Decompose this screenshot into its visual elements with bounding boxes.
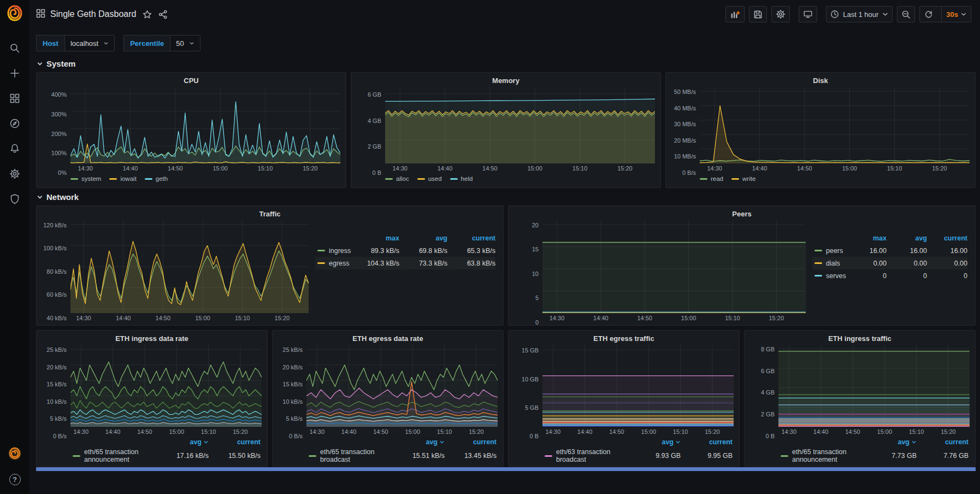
legend-col-current[interactable]: current xyxy=(445,437,497,448)
legend-col-current[interactable]: current xyxy=(447,233,495,244)
legend-series-label[interactable]: egress xyxy=(315,257,351,269)
configuration-gear-icon[interactable] xyxy=(9,168,21,180)
legend-series-label[interactable]: ingress xyxy=(315,244,351,257)
panel-title[interactable]: Traffic xyxy=(42,208,498,220)
legend-col-current[interactable]: current xyxy=(681,437,733,448)
cpu-chart[interactable]: 0%100%200%300%400% 14:3014:4014:5015:001… xyxy=(42,87,340,173)
legend-col-avg[interactable]: avg xyxy=(393,437,445,448)
legend-series-label[interactable]: eth/63 transaction broadcast xyxy=(542,448,629,463)
variable-percentile-label: Percentile xyxy=(123,35,170,51)
grafana-logo[interactable] xyxy=(7,5,23,23)
cycle-view-mode-button[interactable] xyxy=(799,6,817,22)
legend-value: 9.95 GB xyxy=(681,448,733,463)
legend-col-avg[interactable]: avg xyxy=(865,437,917,448)
panel-title[interactable]: Memory xyxy=(357,74,655,87)
series-swatch xyxy=(145,178,152,180)
alerting-bell-icon[interactable] xyxy=(9,143,21,155)
memory-chart[interactable]: 0 B2 GB4 GB6 GB 14:3014:4014:5015:0015:1… xyxy=(357,87,655,173)
panel-title[interactable]: Disk xyxy=(671,74,970,87)
panel-title[interactable]: ETH ingress data rate xyxy=(42,332,262,345)
dashboard-settings-button[interactable] xyxy=(771,6,790,22)
series-swatch xyxy=(385,178,393,180)
legend-col-avg[interactable]: avg xyxy=(157,437,209,448)
sidebar: ? xyxy=(0,0,29,494)
legend-value: 15.51 kB/s xyxy=(393,448,445,463)
explore-compass-icon[interactable] xyxy=(9,117,21,130)
legend-item[interactable]: system xyxy=(70,175,101,182)
legend-item[interactable]: alloc xyxy=(385,175,409,182)
add-panel-button[interactable] xyxy=(725,6,745,22)
refresh-picker: 30s xyxy=(919,6,971,22)
legend-value: 7.73 GB xyxy=(865,448,917,463)
variables-submenu: Host localhost Percentile 50 xyxy=(29,28,980,54)
user-avatar[interactable] xyxy=(8,446,22,463)
eth-ingress-rate-chart[interactable]: 0 B/s5 kB/s10 kB/s15 kB/s20 kB/s25 kB/s … xyxy=(42,345,262,436)
variable-host-label: Host xyxy=(36,35,64,51)
legend-series-label[interactable]: serves xyxy=(812,269,846,282)
legend-series-label[interactable]: eth/65 transaction announcement xyxy=(778,448,865,463)
refresh-button[interactable] xyxy=(920,7,937,22)
save-dashboard-button[interactable] xyxy=(749,6,767,22)
dashboards-icon[interactable] xyxy=(9,92,21,104)
star-icon[interactable] xyxy=(143,10,152,19)
panel-title[interactable]: Peers xyxy=(514,208,970,220)
legend-series-label[interactable]: eth/65 transaction announcement xyxy=(70,448,157,463)
legend-item[interactable]: write xyxy=(731,175,755,182)
eth-egress-traffic-chart[interactable]: 0 B5 GB10 GB15 GB 14:3014:4014:5015:0015… xyxy=(514,345,734,436)
legend-item[interactable]: geth xyxy=(145,175,168,182)
time-range-picker[interactable]: Last 1 hour xyxy=(826,6,893,22)
legend-series-label[interactable]: peers xyxy=(812,244,846,257)
section-network-title: Network xyxy=(46,192,79,202)
panel-title[interactable]: CPU xyxy=(42,74,340,87)
legend-series-label[interactable]: eth/65 transaction broadcast xyxy=(306,448,393,463)
refresh-interval-dropdown[interactable]: 30s xyxy=(941,7,971,22)
legend-col-current[interactable]: current xyxy=(209,437,261,448)
series-swatch xyxy=(814,262,822,264)
x-axis: 14:3014:4014:5015:0015:1015:20 xyxy=(700,163,970,173)
legend-value: 0.00 xyxy=(887,257,927,269)
panel-title[interactable]: ETH egress traffic xyxy=(514,332,734,345)
section-system-title: System xyxy=(46,59,75,68)
variable-percentile-value-dropdown[interactable]: 50 xyxy=(170,35,200,51)
next-row-peek-strip[interactable] xyxy=(36,467,976,471)
series-swatch xyxy=(317,262,325,264)
share-icon[interactable] xyxy=(158,10,168,19)
legend-col-avg[interactable]: avg xyxy=(399,233,447,244)
traffic-legend-table: maxavgcurrentingress89.3 kB/s69.8 kB/s65… xyxy=(309,220,498,322)
peers-chart[interactable]: 05101520 14:3014:4014:5015:0015:1015:20 xyxy=(514,220,806,322)
series-swatch xyxy=(814,275,822,277)
series-swatch xyxy=(545,455,552,457)
panel-title[interactable]: ETH egress data rate xyxy=(278,332,498,345)
y-axis: 0 B/s5 kB/s10 kB/s15 kB/s20 kB/s25 kB/s xyxy=(42,345,70,436)
legend-item[interactable]: iowait xyxy=(109,175,136,182)
legend-col-avg[interactable]: avg xyxy=(629,437,681,448)
legend-item[interactable]: read xyxy=(700,175,723,182)
series-swatch xyxy=(814,250,822,251)
help-icon[interactable]: ? xyxy=(9,474,21,485)
section-system[interactable]: System xyxy=(36,55,976,72)
create-plus-icon[interactable] xyxy=(9,67,21,79)
legend-series-label[interactable]: dials xyxy=(812,257,846,269)
legend-col-max[interactable]: max xyxy=(846,233,887,244)
traffic-chart[interactable]: 40 kB/s60 kB/s80 kB/s100 kB/s120 kB/s 14… xyxy=(42,220,309,322)
search-icon[interactable] xyxy=(9,42,21,54)
series-swatch xyxy=(731,178,739,180)
dashboard-title[interactable]: Single Geth Dasboard xyxy=(50,9,136,19)
legend-col-current[interactable]: current xyxy=(927,233,967,244)
section-network[interactable]: Network xyxy=(36,188,976,205)
legend-item[interactable]: used xyxy=(417,175,442,182)
x-axis: 14:3014:4014:5015:0015:1015:20 xyxy=(385,163,655,173)
legend-col-max[interactable]: max xyxy=(351,233,399,244)
legend-col-avg[interactable]: avg xyxy=(887,233,927,244)
legend-item[interactable]: held xyxy=(450,175,473,182)
zoom-out-button[interactable] xyxy=(897,6,915,22)
disk-chart[interactable]: 0 B/s10 MB/s20 MB/s30 MB/s40 MB/s50 MB/s… xyxy=(671,87,970,173)
legend-col-current[interactable]: current xyxy=(917,437,969,448)
eth-ingress-traffic-chart[interactable]: 0 B2 GB4 GB6 GB8 GB 14:3014:4014:5015:00… xyxy=(750,345,970,436)
peers-legend-table: maxavgcurrentpeers16.0016.0016.00dials0.… xyxy=(806,220,970,322)
panel-disk: Disk 0 B/s10 MB/s20 MB/s30 MB/s40 MB/s50… xyxy=(665,72,976,188)
panel-title[interactable]: ETH ingress traffic xyxy=(750,332,970,345)
variable-host-value-dropdown[interactable]: localhost xyxy=(64,35,115,51)
eth-egress-rate-chart[interactable]: 0 B/s5 kB/s10 kB/s15 kB/s20 kB/s25 kB/s … xyxy=(278,345,498,436)
server-admin-shield-icon[interactable] xyxy=(9,193,21,205)
